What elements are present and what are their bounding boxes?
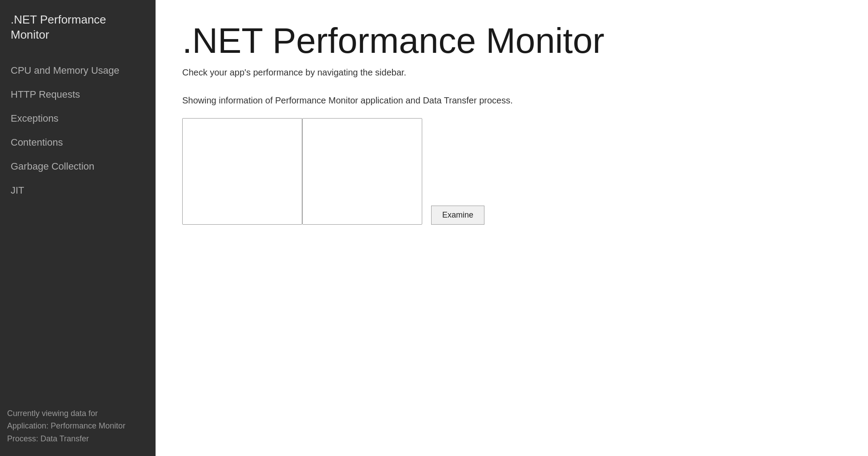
sidebar-item-cpu-memory[interactable]: CPU and Memory Usage — [0, 59, 156, 83]
sidebar-item-http-requests[interactable]: HTTP Requests — [0, 83, 156, 107]
examine-button[interactable]: Examine — [431, 206, 484, 225]
sidebar-nav: CPU and Memory Usage HTTP Requests Excep… — [0, 53, 156, 398]
listboxes-wrapper: Examine — [182, 115, 841, 225]
footer-line3: Process: Data Transfer — [7, 432, 148, 445]
info-text: Showing information of Performance Monit… — [182, 95, 841, 106]
sidebar-footer: Currently viewing data for Application: … — [0, 398, 156, 456]
page-subtitle: Check your app's performance by navigati… — [182, 67, 841, 78]
sidebar-item-contentions[interactable]: Contentions — [0, 131, 156, 155]
listboxes-container — [182, 118, 422, 225]
page-title: .NET Performance Monitor — [182, 21, 841, 60]
application-listbox[interactable] — [182, 118, 302, 225]
footer-line2: Application: Performance Monitor — [7, 420, 148, 432]
main-content: .NET Performance Monitor Check your app'… — [156, 0, 868, 456]
sidebar-title: .NET Performance Monitor — [0, 0, 156, 53]
footer-line1: Currently viewing data for — [7, 407, 148, 420]
sidebar-item-exceptions[interactable]: Exceptions — [0, 107, 156, 131]
process-listbox[interactable] — [302, 118, 422, 225]
sidebar: .NET Performance Monitor CPU and Memory … — [0, 0, 156, 456]
sidebar-item-garbage-collection[interactable]: Garbage Collection — [0, 155, 156, 178]
sidebar-item-jit[interactable]: JIT — [0, 178, 156, 202]
